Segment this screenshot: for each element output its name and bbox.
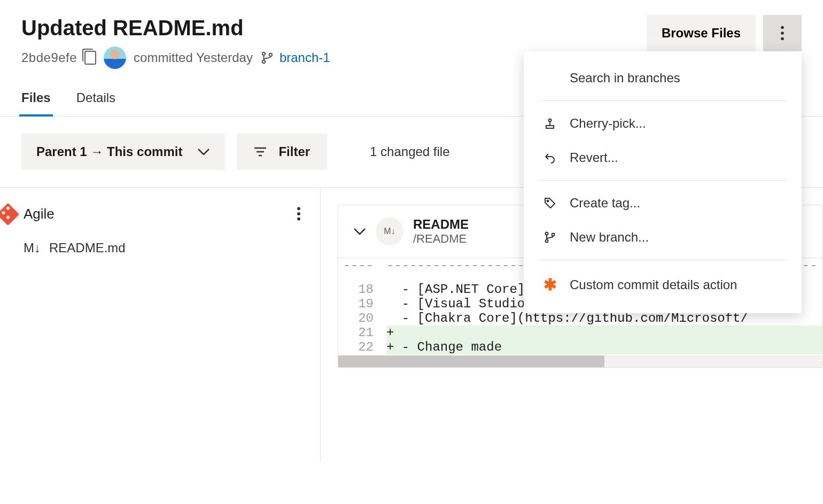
svg-point-0 bbox=[262, 52, 265, 55]
markdown-icon: M↓ bbox=[24, 241, 41, 255]
branch-icon bbox=[542, 231, 558, 244]
diff-line: 22+ - Change made bbox=[338, 340, 822, 354]
revert-icon bbox=[542, 151, 558, 164]
menu-revert[interactable]: Revert... bbox=[524, 141, 802, 175]
context-menu: Search in branches Cherry-pick... Revert… bbox=[524, 51, 802, 313]
chevron-down-icon bbox=[197, 148, 210, 156]
file-path: /README bbox=[413, 232, 469, 246]
svg-point-9 bbox=[546, 240, 548, 243]
parent-dropdown-label: Parent 1 → This commit bbox=[36, 144, 182, 159]
file-name: README bbox=[413, 217, 469, 232]
tree-file-item[interactable]: M↓ README.md bbox=[0, 228, 320, 255]
menu-new-branch[interactable]: New branch... bbox=[524, 220, 802, 254]
file-type-icon: M↓ bbox=[376, 218, 403, 245]
menu-divider bbox=[539, 260, 787, 260]
svg-point-8 bbox=[546, 232, 548, 235]
copy-icon[interactable] bbox=[84, 51, 96, 65]
svg-point-1 bbox=[262, 60, 265, 63]
more-actions-button[interactable] bbox=[763, 15, 802, 51]
tree-more-icon[interactable]: ••• bbox=[291, 206, 305, 222]
filter-button[interactable]: Filter bbox=[237, 134, 327, 170]
tree-file-label: README.md bbox=[49, 241, 126, 255]
menu-divider bbox=[539, 100, 787, 101]
diff-sep-left: ---- bbox=[338, 258, 386, 282]
svg-point-2 bbox=[269, 53, 272, 56]
git-icon bbox=[0, 203, 19, 225]
diff-line: 21+ bbox=[338, 325, 822, 340]
menu-cherry-pick[interactable]: Cherry-pick... bbox=[524, 106, 802, 141]
tree-root[interactable]: Agile ••• bbox=[0, 200, 320, 228]
cherry-pick-icon bbox=[542, 117, 558, 130]
scroll-thumb[interactable] bbox=[338, 355, 604, 367]
commit-hash: 2bde9efe bbox=[21, 50, 77, 65]
tab-files[interactable]: Files bbox=[21, 90, 51, 116]
collapse-icon[interactable] bbox=[353, 228, 366, 235]
tag-icon bbox=[542, 197, 558, 210]
svg-point-3 bbox=[781, 26, 784, 29]
horizontal-scrollbar[interactable] bbox=[338, 355, 822, 367]
svg-point-10 bbox=[552, 234, 555, 236]
svg-point-7 bbox=[547, 200, 549, 202]
file-tree: Agile ••• M↓ README.md bbox=[0, 188, 321, 462]
header-actions: Browse Files bbox=[647, 15, 802, 51]
browse-files-button[interactable]: Browse Files bbox=[647, 15, 756, 51]
changed-files-label: 1 changed file bbox=[370, 144, 449, 159]
svg-point-6 bbox=[549, 119, 552, 122]
asterisk-icon: ✱ bbox=[542, 275, 558, 294]
filter-label: Filter bbox=[278, 144, 310, 159]
repo-name: Agile bbox=[24, 206, 55, 222]
svg-point-4 bbox=[781, 32, 784, 35]
tab-details[interactable]: Details bbox=[76, 90, 115, 116]
diff-line: 20 - [Chakra Core](https://github.com/Mi… bbox=[338, 311, 822, 325]
avatar[interactable] bbox=[104, 46, 126, 69]
branch-icon bbox=[260, 51, 274, 65]
branch-link[interactable]: branch-1 bbox=[279, 50, 330, 65]
parent-dropdown[interactable]: Parent 1 → This commit bbox=[21, 134, 225, 170]
svg-point-5 bbox=[781, 37, 784, 41]
menu-custom-action[interactable]: ✱ Custom commit details action bbox=[524, 266, 802, 304]
menu-create-tag[interactable]: Create tag... bbox=[524, 186, 802, 220]
committed-label: committed Yesterday bbox=[134, 50, 253, 65]
filter-icon bbox=[254, 147, 267, 157]
menu-search-branches[interactable]: Search in branches bbox=[524, 61, 802, 95]
menu-divider bbox=[539, 180, 787, 181]
